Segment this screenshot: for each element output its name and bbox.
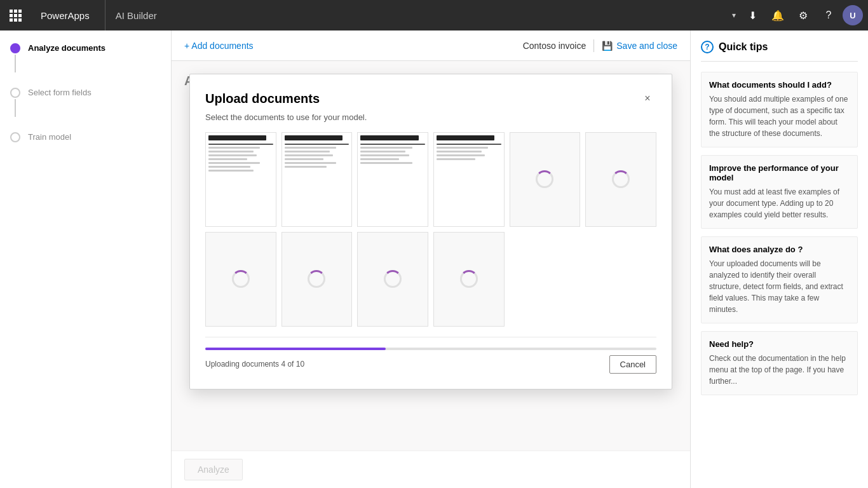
tip-card-analyze: What does analyze do ? Your uploaded doc… xyxy=(701,236,858,323)
modal-title: Upload documents xyxy=(205,92,320,106)
tip-text-0: You should add multiple examples of one … xyxy=(709,93,850,139)
save-close-button[interactable]: 💾 Save and close xyxy=(602,41,677,51)
step-label-analyze: Analyze documents xyxy=(28,43,105,53)
spinner-10 xyxy=(460,270,478,288)
step-line-2 xyxy=(15,99,16,117)
doc-thumb-9 xyxy=(357,232,428,327)
doc-thumb-7 xyxy=(205,232,276,327)
spinner-9 xyxy=(384,270,402,288)
nav-icons: ⬇ 🔔 ⚙ ? U xyxy=(741,4,868,27)
doc-thumb-2 xyxy=(281,132,353,227)
add-documents-button[interactable]: + Add documents xyxy=(184,41,254,51)
spinner-7 xyxy=(232,270,250,288)
divider xyxy=(593,39,594,52)
doc-thumb-1 xyxy=(205,132,276,227)
tip-text-1: You must add at least five examples of y… xyxy=(709,186,850,220)
page-content: Analyze document examples Upload documen… xyxy=(172,61,690,488)
spinner-8 xyxy=(308,270,325,288)
doc-thumb-8 xyxy=(281,232,353,327)
sidebar: Analyze documents Select form fields Tra… xyxy=(0,30,172,488)
step-train: Train model xyxy=(10,132,161,142)
step-circle-analyze xyxy=(10,43,20,53)
contoso-label: Contoso invoice xyxy=(523,41,587,51)
tip-title-1: Improve the performance of your model xyxy=(709,163,850,182)
step-circle-select xyxy=(10,88,20,98)
content-area: + Add documents Contoso invoice 💾 Save a… xyxy=(172,30,690,488)
cancel-button[interactable]: Cancel xyxy=(609,355,656,374)
tip-title-0: What documents should I add? xyxy=(709,80,850,90)
save-icon: 💾 xyxy=(602,41,613,51)
doc-thumb-5 xyxy=(510,132,581,227)
content-topbar: + Add documents Contoso invoice 💾 Save a… xyxy=(172,30,690,61)
top-nav: PowerApps AI Builder ▾ ⬇ 🔔 ⚙ ? U xyxy=(0,0,868,30)
step-circle-train xyxy=(10,132,20,142)
panel-title: Quick tips xyxy=(719,41,768,53)
modal-close-button[interactable]: × xyxy=(639,90,656,107)
right-panel: ? Quick tips What documents should I add… xyxy=(690,30,868,488)
spinner-5 xyxy=(536,170,553,188)
tip-title-2: What does analyze do ? xyxy=(709,245,850,254)
tip-card-what-docs: What documents should I add? You should … xyxy=(701,72,858,147)
tip-text-3: Check out the documentation in the help … xyxy=(709,353,850,387)
avatar[interactable]: U xyxy=(843,5,863,25)
spinner-6 xyxy=(612,170,630,188)
step-analyze: Analyze documents xyxy=(10,43,161,72)
modal-backdrop: Upload documents × Select the documents … xyxy=(172,61,690,488)
progress-bar-track xyxy=(205,348,656,350)
progress-bar-fill xyxy=(205,348,386,350)
tip-card-improve: Improve the performance of your model Yo… xyxy=(701,155,858,229)
product-name: AI Builder xyxy=(105,10,167,21)
step-select: Select form fields xyxy=(10,88,161,117)
tip-text-2: Your uploaded documents will be analyzed… xyxy=(709,258,850,315)
progress-text: Uploading documents 4 of 10 xyxy=(205,360,304,369)
modal-subtitle: Select the documents to use for your mod… xyxy=(205,112,656,122)
tip-card-help: Need help? Check out the documentation i… xyxy=(701,331,858,395)
settings-icon[interactable]: ⚙ xyxy=(792,4,815,27)
progress-section: Uploading documents 4 of 10 Cancel xyxy=(205,337,656,374)
doc-thumb-10 xyxy=(433,232,505,327)
step-label-select: Select form fields xyxy=(28,88,92,97)
doc-thumb-4 xyxy=(433,132,505,227)
step-label-train: Train model xyxy=(28,132,71,142)
tip-title-3: Need help? xyxy=(709,339,850,349)
notification-icon[interactable]: 🔔 xyxy=(766,4,789,27)
environment-dropdown[interactable]: ▾ xyxy=(732,11,736,20)
help-icon[interactable]: ? xyxy=(817,4,840,27)
app-name: PowerApps xyxy=(31,0,105,30)
step-line-1 xyxy=(15,55,16,72)
question-icon: ? xyxy=(701,41,714,53)
doc-thumb-3 xyxy=(357,132,428,227)
waffle-button[interactable] xyxy=(0,0,31,30)
doc-thumb-6 xyxy=(585,132,656,227)
main-layout: Analyze documents Select form fields Tra… xyxy=(0,30,868,488)
download-icon[interactable]: ⬇ xyxy=(741,4,764,27)
upload-modal: Upload documents × Select the documents … xyxy=(189,74,672,390)
document-grid xyxy=(205,132,656,327)
